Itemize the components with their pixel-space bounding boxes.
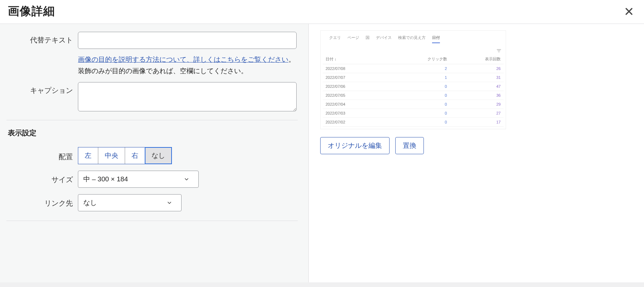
alt-help-text: 画像の目的を説明する方法について、詳しくはこちらをご覧ください。装飾のみが目的の… — [78, 54, 297, 77]
size-select-value: 中 – 300 × 184 — [83, 175, 128, 184]
cell-impressions: 29 — [450, 100, 504, 109]
col-impressions: 表示回数 — [450, 54, 504, 64]
image-details-modal: 画像詳細 代替テキスト 画像の目的を説明する方法について、詳しくはこちらをご覧く… — [0, 0, 644, 282]
preview-table: 日付 ↓ クリック数 表示回数 2022/07/082262022/07/071… — [323, 54, 504, 127]
link-select[interactable]: なし — [78, 194, 182, 211]
cell-clicks: 0 — [386, 91, 450, 100]
preview-tab: 国 — [366, 35, 370, 43]
close-icon[interactable] — [622, 4, 636, 19]
cell-date: 2022/07/07 — [323, 73, 386, 82]
caption-label: キャプション — [6, 82, 78, 95]
caption-input[interactable] — [78, 82, 297, 111]
table-row: 2022/07/03027 — [323, 109, 504, 118]
cell-impressions: 17 — [450, 118, 504, 127]
alt-text-input[interactable] — [78, 32, 297, 49]
cell-clicks: 1 — [386, 73, 450, 82]
preview-tab: クエリ — [329, 35, 341, 43]
modal-body: 代替テキスト 画像の目的を説明する方法について、詳しくはこちらをご覧ください。装… — [0, 24, 644, 282]
size-label: サイズ — [6, 171, 78, 185]
table-row: 2022/07/08226 — [323, 64, 504, 73]
replace-button[interactable]: 置換 — [395, 137, 424, 154]
link-label: リンク先 — [6, 194, 78, 208]
cell-impressions: 26 — [450, 64, 504, 73]
table-row: 2022/07/05036 — [323, 91, 504, 100]
table-row: 2022/07/06047 — [323, 82, 504, 91]
table-row: 2022/07/07131 — [323, 73, 504, 82]
cell-impressions: 47 — [450, 82, 504, 91]
modal-title: 画像詳細 — [8, 4, 55, 19]
size-select[interactable]: 中 – 300 × 184 — [78, 171, 199, 188]
cell-clicks: 0 — [386, 109, 450, 118]
cell-clicks: 0 — [386, 82, 450, 91]
align-center-button[interactable]: 中央 — [98, 147, 125, 164]
table-row: 2022/07/02017 — [323, 118, 504, 127]
align-right-button[interactable]: 右 — [125, 147, 145, 164]
preview-tab-active: 日付 — [432, 35, 440, 43]
cell-date: 2022/07/05 — [323, 91, 386, 100]
image-actions: オリジナルを編集 置換 — [320, 137, 633, 154]
cell-date: 2022/07/06 — [323, 82, 386, 91]
cell-clicks: 0 — [386, 100, 450, 109]
cell-impressions: 31 — [450, 73, 504, 82]
preview-pane: クエリ ページ 国 デバイス 検索での見え方 日付 日付 ↓ クリック数 — [309, 24, 644, 282]
align-label: 配置 — [6, 147, 78, 162]
link-select-value: なし — [83, 198, 97, 207]
preview-tabs: クエリ ページ 国 デバイス 検索での見え方 日付 — [323, 32, 504, 47]
preview-tab: ページ — [347, 35, 359, 43]
cell-impressions: 27 — [450, 109, 504, 118]
image-preview: クエリ ページ 国 デバイス 検索での見え方 日付 日付 ↓ クリック数 — [320, 30, 506, 129]
filter-icon — [496, 47, 504, 54]
col-date: 日付 ↓ — [323, 54, 386, 64]
cell-date: 2022/07/03 — [323, 109, 386, 118]
cell-clicks: 2 — [386, 64, 450, 73]
preview-tab: デバイス — [376, 35, 392, 43]
cell-date: 2022/07/08 — [323, 64, 386, 73]
align-left-button[interactable]: 左 — [78, 147, 98, 164]
align-none-button[interactable]: なし — [145, 147, 172, 164]
display-section-title: 表示設定 — [8, 128, 298, 138]
modal-header: 画像詳細 — [0, 0, 644, 24]
divider — [6, 120, 298, 120]
edit-original-button[interactable]: オリジナルを編集 — [320, 137, 390, 154]
align-button-group: 左 中央 右 なし — [78, 147, 172, 164]
settings-pane: 代替テキスト 画像の目的を説明する方法について、詳しくはこちらをご覧ください。装… — [0, 24, 309, 282]
divider — [6, 221, 298, 221]
cell-clicks: 0 — [386, 118, 450, 127]
cell-date: 2022/07/04 — [323, 100, 386, 109]
col-clicks: クリック数 — [386, 54, 450, 64]
table-row: 2022/07/04029 — [323, 100, 504, 109]
alt-text-label: 代替テキスト — [6, 32, 78, 45]
alt-help-link[interactable]: 画像の目的を説明する方法について、詳しくはこちらをご覧ください — [78, 56, 288, 63]
cell-impressions: 36 — [450, 91, 504, 100]
cell-date: 2022/07/02 — [323, 118, 386, 127]
preview-tab: 検索での見え方 — [398, 35, 426, 43]
